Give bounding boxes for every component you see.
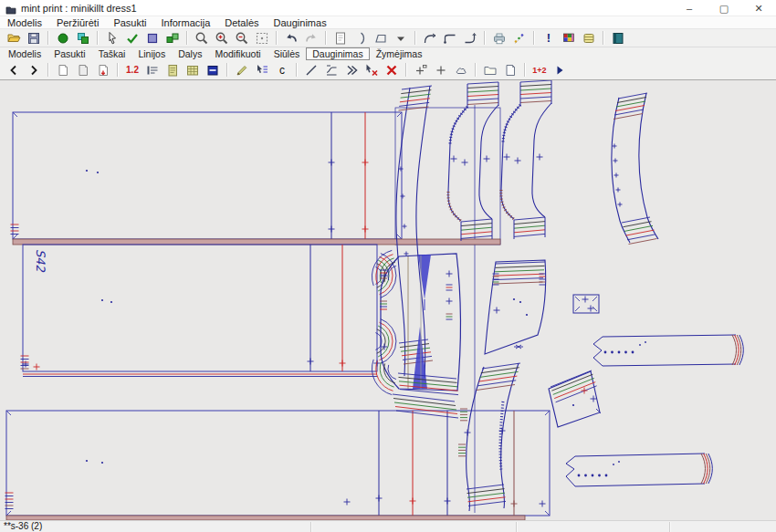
khaki-grid-icon[interactable] — [183, 61, 203, 79]
toolbar-separator — [47, 63, 49, 77]
panel-blue-icon[interactable] — [203, 61, 223, 79]
curve-angle-icon[interactable] — [440, 30, 460, 47]
menu-item-informacija[interactable]: Informacija — [153, 16, 217, 29]
khaki-doc-icon[interactable] — [163, 61, 183, 79]
cursor-delete-icon[interactable] — [362, 61, 382, 79]
duplicate-label-icon[interactable]: 1+2 — [530, 61, 550, 79]
menu-item-dauginimas[interactable]: Dauginimas — [267, 16, 334, 29]
scatter-points-icon[interactable] — [509, 30, 530, 47]
group-parts-icon[interactable] — [163, 30, 183, 47]
notes-icon[interactable]: ! — [539, 30, 559, 47]
status-cell-divider — [516, 522, 518, 532]
copy-model-icon[interactable] — [73, 30, 93, 47]
svg-text:S42: S42 — [34, 249, 47, 273]
toolbar-separator — [533, 31, 535, 45]
tab-pasukti[interactable]: Pasukti — [47, 47, 91, 60]
play-icon[interactable] — [550, 61, 570, 79]
flatten-curve-icon[interactable] — [321, 61, 341, 79]
margin-lines-icon[interactable] — [142, 61, 163, 79]
tab-siūlės[interactable]: Siūlės — [267, 47, 307, 60]
page-small-icon[interactable] — [500, 61, 520, 79]
add-point-icon[interactable] — [431, 61, 451, 79]
tab-linijos[interactable]: Linijos — [131, 47, 172, 60]
tab-modelis[interactable]: Modelis — [2, 47, 47, 60]
toolbar-separator — [603, 31, 604, 45]
layers-icon[interactable] — [579, 30, 599, 47]
toolbar-separator — [524, 63, 526, 77]
window-controls: –▢✕ — [672, 0, 776, 16]
double-chevron-icon[interactable] — [341, 61, 362, 79]
page-copy-icon[interactable] — [53, 61, 73, 79]
zoom-fit-icon[interactable] — [252, 30, 272, 47]
toolbar-separator — [475, 63, 477, 77]
new-model-icon[interactable] — [53, 30, 73, 47]
zoom-out-icon[interactable] — [232, 30, 252, 47]
toolbar-separator — [47, 31, 49, 45]
toolbar-separator — [325, 31, 327, 45]
close-button[interactable]: ✕ — [741, 0, 776, 16]
letter-c-icon[interactable]: c — [272, 61, 292, 79]
scale-label-icon[interactable]: 1.2 — [122, 61, 142, 79]
curve-join-icon[interactable] — [460, 30, 480, 47]
plot-icon[interactable] — [489, 30, 509, 47]
page-paste-icon[interactable] — [73, 61, 93, 79]
folder-small-icon[interactable] — [480, 61, 500, 79]
status-cell-divider — [310, 522, 312, 532]
scale-label-icon-label: 1.2 — [126, 65, 139, 75]
print-preview-icon[interactable] — [330, 30, 351, 47]
maximize-button[interactable]: ▢ — [707, 0, 741, 16]
redo-icon[interactable] — [301, 30, 321, 47]
toolbar-separator — [226, 63, 228, 77]
application-window: mint print : minikillt dress1 –▢✕ Modeli… — [0, 0, 776, 532]
tab-dalys[interactable]: Dalys — [172, 47, 208, 60]
toolbar-separator — [484, 31, 486, 45]
zoom-in-icon[interactable] — [212, 30, 232, 47]
open-icon[interactable] — [4, 30, 24, 47]
toolbar-separator — [97, 31, 99, 45]
delete-icon[interactable] — [382, 61, 402, 79]
next-piece-icon[interactable] — [24, 61, 44, 79]
prev-piece-icon[interactable] — [4, 61, 24, 79]
menu-item-peržiūrėti[interactable]: Peržiūrėti — [49, 16, 106, 29]
status-cell-divider — [669, 522, 671, 532]
menu-item-modelis[interactable]: Modelis — [0, 16, 49, 29]
title-bar: mint print : minikillt dress1 –▢✕ — [0, 0, 776, 16]
status-text: **s-36 (2) — [4, 521, 42, 532]
tab-modifikuoti[interactable]: Modifikuoti — [208, 47, 267, 60]
tab-žymėjimas[interactable]: Žymėjimas — [370, 47, 429, 60]
pencil-icon[interactable] — [232, 61, 252, 79]
dropdown-arrow-icon[interactable] — [391, 30, 411, 47]
tab-dauginimas[interactable]: Dauginimas — [306, 47, 369, 60]
add-point-flag-icon[interactable] — [411, 61, 431, 79]
menu-item-pasukti[interactable]: Pasukti — [106, 16, 153, 29]
tab-taškai[interactable]: Taškai — [92, 47, 132, 60]
select-cursor-icon[interactable] — [102, 30, 122, 47]
toolbar-separator — [276, 31, 278, 45]
line-tool-icon[interactable] — [301, 61, 321, 79]
save-icon[interactable] — [24, 30, 44, 47]
pattern-canvas[interactable]: S42 — [0, 80, 776, 520]
polygon-tool-icon[interactable] — [371, 30, 391, 47]
letter-c-icon-label: c — [279, 64, 285, 77]
arc-tool-icon[interactable] — [351, 30, 371, 47]
cursor-measure-icon[interactable] — [252, 61, 272, 79]
cloud-shape-icon[interactable] — [451, 61, 471, 79]
confirm-check-icon[interactable] — [122, 30, 142, 47]
color-grid-icon[interactable] — [559, 30, 579, 47]
app-icon[interactable] — [5, 3, 16, 14]
notes-icon-label: ! — [547, 31, 551, 45]
minimize-button[interactable]: – — [672, 0, 707, 16]
undo-icon[interactable] — [281, 30, 301, 47]
zoom-icon[interactable] — [192, 30, 212, 47]
menu-item-detalės[interactable]: Detalės — [217, 16, 266, 29]
page-export-icon[interactable] — [93, 61, 113, 79]
pattern-drawing: S42 — [0, 80, 776, 520]
status-bar: **s-36 (2) — [0, 520, 776, 532]
tool-tabs: ModelisPasuktiTaškaiLinijosDalysModifiku… — [0, 47, 776, 60]
selection-square-icon[interactable] — [142, 30, 163, 47]
help-book-icon[interactable] — [608, 30, 628, 47]
toolbar-separator — [405, 63, 407, 77]
duplicate-label-icon-label: 1+2 — [532, 66, 546, 75]
curve-corner-icon[interactable] — [420, 30, 440, 47]
window-title: mint print : minikillt dress1 — [21, 3, 137, 14]
